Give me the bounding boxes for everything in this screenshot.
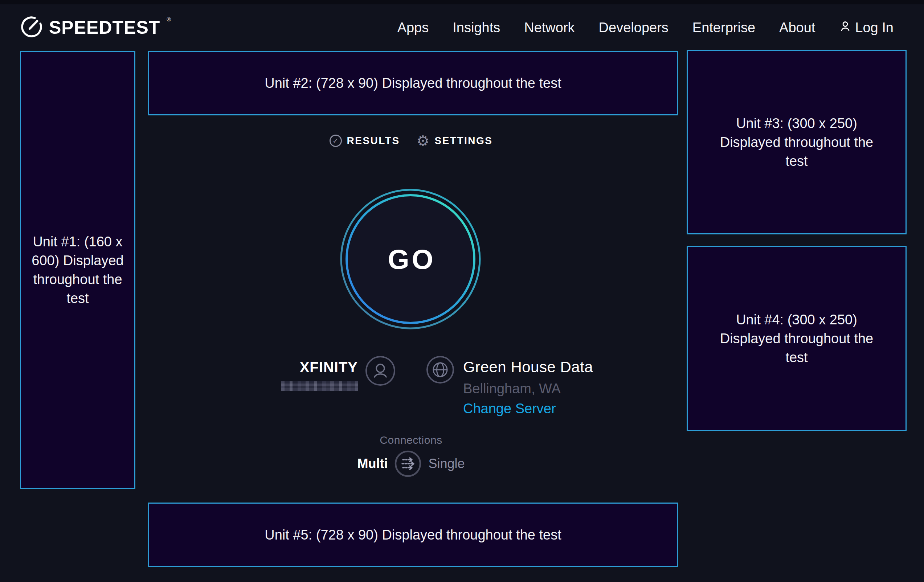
gear-icon: ⚙ [417,134,430,148]
connections-toggle-row: Multi Single [135,450,686,478]
login-button[interactable]: Log In [839,20,894,36]
connections-single-option[interactable]: Single [428,456,465,472]
ad-unit-3-label: Unit #3: (300 x 250) Displayed throughou… [710,114,884,171]
ad-unit-4: Unit #4: (300 x 250) Displayed throughou… [686,246,907,431]
nav-item-about[interactable]: About [779,20,815,36]
tab-results[interactable]: ✓ RESULTS [330,135,400,147]
login-user-icon [839,20,851,36]
speedtest-page: SPEEDTEST ® Apps Insights Network Develo… [0,0,924,582]
tabs-row: ✓ RESULTS ⚙ SETTINGS [135,134,686,148]
isp-info: XFINITY [281,356,396,391]
ad-unit-1-label: Unit #1: (160 x 600) Displayed throughou… [27,232,129,308]
test-area: ✓ RESULTS ⚙ SETTINGS [135,51,686,582]
tab-results-label: RESULTS [347,135,400,147]
user-icon [365,356,396,387]
top-nav-bar: SPEEDTEST ® Apps Insights Network Develo… [0,4,924,51]
connections-label: Connections [135,434,686,446]
globe-icon [426,356,454,385]
ad-unit-3: Unit #3: (300 x 250) Displayed throughou… [686,50,907,234]
server-name: Green House Data [463,358,593,376]
server-location: Bellingham, WA [463,381,593,397]
connections-multi-option[interactable]: Multi [357,456,388,472]
nav-item-developers[interactable]: Developers [599,20,668,36]
logo-trademark: ® [167,16,171,23]
nav-item-insights[interactable]: Insights [452,20,500,36]
check-circle-icon: ✓ [330,135,342,147]
server-info: Green House Data Bellingham, WA Change S… [426,356,593,417]
logo-wordmark: SPEEDTEST [49,17,160,38]
connections-toggle-icon[interactable] [394,450,422,478]
main-nav: Apps Insights Network Developers Enterpr… [398,20,894,36]
go-label: GO [385,244,436,275]
tab-settings-label: SETTINGS [434,135,492,147]
isp-name: XFINITY [300,359,358,376]
nav-item-network[interactable]: Network [524,20,574,36]
go-button[interactable]: GO [338,186,483,331]
nav-item-enterprise[interactable]: Enterprise [693,20,755,36]
nav-item-apps[interactable]: Apps [398,20,429,36]
isp-ip-redacted [281,381,358,391]
change-server-link[interactable]: Change Server [463,401,593,417]
window-top-edge [0,0,924,4]
tab-settings[interactable]: ⚙ SETTINGS [417,134,493,148]
speedtest-logo[interactable]: SPEEDTEST ® [20,15,170,40]
ad-unit-4-label: Unit #4: (300 x 250) Displayed throughou… [710,310,884,367]
login-label: Log In [855,20,894,36]
speedtest-gauge-icon [20,15,43,40]
ad-unit-1: Unit #1: (160 x 600) Displayed throughou… [20,51,135,489]
